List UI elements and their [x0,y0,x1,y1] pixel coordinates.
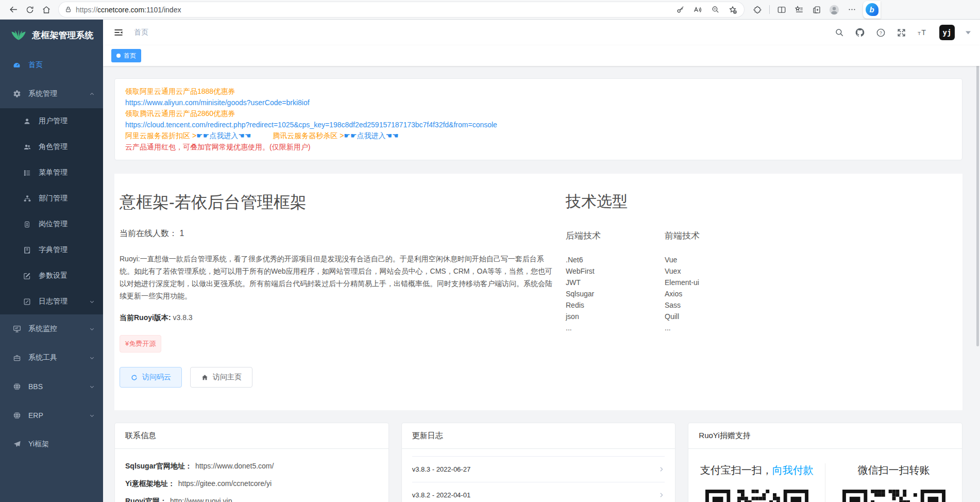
font-size-icon[interactable]: TT [917,28,928,37]
chevron-down-icon [89,299,95,305]
chevron-up-icon [89,91,95,97]
sidebar-item-bbs[interactable]: BBS [0,372,103,401]
tencent-enter-link[interactable]: ☛☛点我进入☚☚ [344,131,398,140]
notice-link-aliyun[interactable]: https://www.aliyun.com/minisite/goods?us… [125,97,952,109]
github-icon[interactable] [855,27,865,38]
sidebar-item-posts[interactable]: 岗位管理 [0,211,103,237]
online-count: 当前在线人数： 1 [120,228,952,239]
chevron-down-icon [89,355,95,361]
browser-toolbar: https://ccnetcore.com:1101/index b [0,0,980,20]
contact-card: 联系信息 Sqlsugar官网地址：https://www.donet5.com… [114,423,389,502]
url-text[interactable]: https://ccnetcore.com:1101/index [76,6,672,14]
sidebar-item-departments[interactable]: 部门管理 [0,186,103,211]
sidebar-item-users[interactable]: 用户管理 [0,108,103,134]
back-icon[interactable] [5,2,22,18]
donate-card-title: RuoYi捐赠支持 [688,423,962,449]
wechat-donate-column: 微信扫一扫转账 [825,463,962,502]
split-screen-icon[interactable] [773,2,790,18]
changelog-item[interactable]: v3.8.2 - 2022-04-01 [412,482,665,502]
contact-card-title: 联系信息 [115,423,388,449]
home-icon [201,374,209,381]
sidebar-item-dicts[interactable]: 字典管理 [0,237,103,263]
tech-item: ... [665,322,764,333]
help-icon[interactable]: ? [876,28,886,38]
active-tab-dot [116,54,121,58]
log-edit-icon [23,298,31,306]
ruoyi-site-link[interactable]: http://www.ruoyi.vip [170,497,232,502]
contact-row: Yi意框架地址：https://gitee.com/ccnetcore/yi [125,479,378,489]
intro-panel: 意框架-若依后台管理框架 当前在线人数： 1 Ruoyi:一直想做一款后台管理系… [114,174,962,410]
sidebar-item-tools[interactable]: 系统工具 [0,343,103,372]
address-bar[interactable]: https://ccnetcore.com:1101/index [59,2,744,17]
more-icon[interactable] [843,2,860,18]
tech-item: ... [566,322,665,333]
read-aloud-icon[interactable] [689,2,706,18]
sidebar-item-roles[interactable]: 角色管理 [0,134,103,160]
app-header: 首页 ? TT yj [103,20,980,45]
sidebar-item-yi-framework[interactable]: Yi框架 [0,430,103,459]
notice-link-tencent[interactable]: https://cloud.tencent.com/redirect.php?r… [125,120,952,131]
chevron-down-icon [89,384,95,390]
changelog-item[interactable]: v3.8.3 - 2022-06-27 [412,457,665,482]
visit-gitee-button[interactable]: 访问码云 [120,367,182,388]
org-chart-icon [23,195,31,203]
sidebar-item-system[interactable]: 系统管理 [0,79,103,108]
contact-row: Ruoyi官网：http://www.ruoyi.vip [125,496,378,502]
sidebar-item-erp[interactable]: ERP [0,401,103,430]
app-title: 意框架管理系统 [32,29,94,41]
svg-text:?: ? [880,30,882,35]
favorite-add-icon[interactable] [724,2,741,18]
tech-item: Axios [665,288,764,299]
user-avatar[interactable]: yj [939,25,955,40]
toolbox-icon [12,354,21,362]
sqlsugar-site-link[interactable]: https://www.donet5.com/ [195,462,274,470]
sidebar-item-params[interactable]: 参数设置 [0,263,103,289]
visit-homepage-button[interactable]: 访问主页 [190,367,252,388]
aliyun-enter-link[interactable]: ☛☛点我进入☚☚ [196,131,251,140]
leaf-logo-icon [10,29,27,41]
sidebar-item-monitor[interactable]: 系统监控 [0,314,103,343]
tech-item: Vuex [665,265,764,277]
sidebar-item-logs[interactable]: 日志管理 [0,289,103,314]
tech-item: Sass [665,299,764,311]
zoom-out-icon[interactable] [707,2,723,18]
alipay-pay-link[interactable]: 向我付款 [772,464,814,476]
profile-avatar[interactable] [826,2,842,18]
notice-line-enter-links: 阿里云服务器折扣区 >☛☛点我进入☚☚腾讯云服务器秒杀区 >☛☛点我进入☚☚ [125,130,952,142]
breadcrumb[interactable]: 首页 [134,28,148,37]
free-open-source-tag[interactable]: ¥免费开源 [120,335,161,353]
favorites-icon[interactable] [791,2,807,18]
wechat-qr-code [842,490,945,502]
refresh-icon[interactable] [22,2,38,18]
app-logo[interactable]: 意框架管理系统 [0,20,103,51]
extensions-icon[interactable] [749,2,766,18]
notice-line-tencent-coupon: 领取腾讯云通用云产品2860优惠券 [125,108,952,120]
svg-text:T: T [918,30,921,36]
contact-row: Sqlsugar官网地址：https://www.donet5.com/ [125,461,378,471]
tech-item: Element-ui [665,277,764,288]
collections-icon[interactable] [808,2,825,18]
tech-item: WebFirst [566,265,665,277]
id-badge-icon [23,221,31,228]
home-icon[interactable] [38,2,55,18]
page-scrollbar[interactable] [976,47,979,346]
bing-chat-icon[interactable]: b [863,1,881,19]
sidebar-item-menus[interactable]: 菜单管理 [0,160,103,186]
sidebar-collapse-icon[interactable] [110,24,127,41]
sidebar-item-home[interactable]: 首页 [0,51,103,79]
tab-bar: 首页 [103,45,980,66]
tech-item: Redis [566,299,665,311]
alipay-donate-column: 支付宝扫一扫，向我付款 [688,463,825,502]
fullscreen-icon[interactable] [897,28,906,38]
tech-item: Vue [665,254,764,265]
password-key-icon[interactable] [672,2,688,18]
page-content: 领取阿里云通用云产品1888优惠券 https://www.aliyun.com… [103,66,980,502]
globe-icon [12,382,21,391]
caret-down-icon[interactable] [966,31,971,35]
tab-home[interactable]: 首页 [111,49,141,62]
users-icon [23,143,31,151]
search-icon[interactable] [835,28,844,37]
yi-repo-link[interactable]: https://gitee.com/ccnetcore/yi [178,479,272,488]
changelog-card: 更新日志 v3.8.3 - 2022-06-27 v3.8.2 - 2022-0… [401,423,676,502]
notice-line-aliyun-coupon: 领取阿里云通用云产品1888优惠券 [125,86,952,97]
